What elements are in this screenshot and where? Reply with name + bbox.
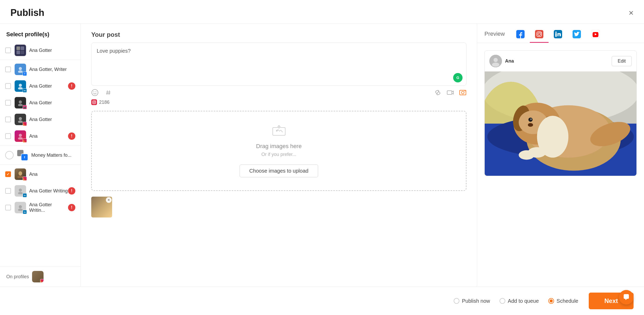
uploaded-images: ✕ — [81, 193, 477, 221]
svg-point-18 — [18, 192, 23, 194]
profile-checkbox[interactable] — [5, 100, 11, 106]
tab-instagram[interactable] — [530, 28, 549, 43]
profile-name: Ana Gotter — [29, 100, 75, 106]
remove-image-button[interactable]: ✕ — [106, 197, 112, 203]
profile-name: Ana Gotter — [29, 48, 75, 53]
close-button[interactable]: × — [629, 9, 634, 17]
chat-icon — [623, 294, 630, 301]
profile-checkbox[interactable] — [5, 133, 11, 139]
your-post-label: Your post — [81, 24, 477, 43]
profile-checkbox[interactable] — [5, 188, 11, 194]
profile-checkbox[interactable] — [5, 205, 11, 210]
footer-avatar — [32, 271, 44, 282]
svg-rect-4 — [21, 51, 24, 54]
add-to-queue-radio[interactable] — [500, 298, 505, 304]
svg-point-5 — [19, 67, 22, 70]
social-badge-ig: 📷 — [23, 105, 27, 109]
add-to-queue-option[interactable]: Add to queue — [500, 298, 539, 304]
preview-tabs: Preview — [477, 24, 644, 43]
char-count-value: 2186 — [99, 100, 110, 105]
profile-item[interactable]: in Ana Gotter Writing ! — [0, 183, 81, 199]
svg-point-22 — [94, 92, 94, 92]
profile-name: Ana Gotter — [29, 117, 75, 122]
profile-name: Ana — [29, 134, 68, 139]
preview-label: Preview — [484, 31, 505, 40]
photo-button[interactable] — [459, 89, 466, 96]
profile-checkbox-checked[interactable] — [5, 171, 11, 177]
publish-now-radio[interactable] — [454, 298, 459, 304]
profile-item[interactable]: Ana Gotter — [0, 111, 81, 128]
footer-social-badge — [40, 279, 44, 282]
profile-checkbox[interactable] — [5, 47, 11, 53]
edit-button[interactable]: Edit — [612, 56, 632, 66]
profile-name: Ana — [29, 172, 75, 177]
upload-area[interactable]: Drag images here Or if you prefer... Cho… — [91, 111, 466, 191]
tab-facebook[interactable] — [511, 28, 530, 43]
profile-avatar: f — [15, 64, 26, 75]
profile-avatar — [15, 168, 26, 180]
profile-avatar — [15, 114, 26, 125]
preview-username: Ana — [505, 58, 612, 64]
profile-name: Ana Gotter Writin... — [29, 202, 68, 213]
tab-linkedin[interactable] — [549, 28, 567, 43]
publish-modal: Publish × Select profile(s) — [0, 0, 644, 315]
chat-button[interactable] — [619, 290, 634, 305]
profile-item[interactable]: 📷 Ana Gotter — [0, 94, 81, 111]
social-badge-ig2 — [23, 122, 27, 126]
group-profile-item[interactable]: f Money Matters fo... — [0, 147, 81, 163]
profile-checkbox[interactable] — [5, 83, 11, 89]
svg-point-9 — [19, 100, 22, 104]
error-badge: ! — [68, 187, 75, 195]
modal-footer: Publish now Add to queue Schedule Next — [0, 287, 644, 315]
profile-item[interactable]: Ana Gotter — [0, 42, 81, 59]
preview-avatar — [489, 55, 502, 67]
preview-image — [485, 71, 636, 176]
choose-images-button[interactable]: Choose images to upload — [240, 165, 318, 177]
link-button[interactable] — [434, 89, 441, 96]
grammarly-button[interactable]: G — [453, 73, 463, 82]
drag-images-label: Drag images here — [256, 143, 302, 150]
preview-post-card: Ana Edit — [484, 50, 637, 176]
post-textarea[interactable]: Love puppies? — [92, 43, 466, 84]
profile-item[interactable]: f Ana Gotter, Writer — [0, 61, 81, 78]
svg-point-10 — [18, 104, 23, 106]
emoji-button[interactable] — [91, 89, 99, 96]
schedule-option[interactable]: Schedule — [548, 298, 578, 304]
modal-header: Publish × — [0, 0, 644, 24]
svg-point-46 — [555, 32, 557, 33]
middle-panel: Your post Love puppies? G — [81, 24, 477, 287]
svg-point-50 — [494, 58, 498, 62]
social-badge-li3: in — [23, 210, 27, 214]
profile-item[interactable]: in Ana Gotter Writin... ! — [0, 199, 81, 216]
svg-rect-1 — [16, 46, 20, 50]
group-checkbox[interactable] — [5, 151, 14, 159]
publish-now-option[interactable]: Publish now — [454, 298, 490, 304]
preview-content: Ana Edit — [477, 43, 644, 287]
schedule-radio[interactable] — [548, 298, 554, 304]
profile-item[interactable]: Ana — [0, 166, 81, 183]
svg-point-68 — [519, 150, 534, 160]
group-avatar: f — [17, 149, 28, 161]
svg-line-28 — [437, 92, 439, 93]
modal-title: Publish — [10, 7, 44, 18]
profile-item[interactable]: Ana ! — [0, 128, 81, 144]
tab-youtube[interactable] — [586, 28, 605, 43]
svg-point-19 — [19, 205, 22, 208]
video-button[interactable] — [447, 89, 454, 96]
tab-twitter[interactable] — [567, 28, 586, 43]
profile-item[interactable]: in Ana Gotter ! — [0, 78, 81, 94]
svg-rect-29 — [447, 91, 452, 94]
char-count-row: 2186 — [81, 99, 477, 108]
svg-point-43 — [540, 32, 541, 33]
profile-checkbox[interactable] — [5, 117, 11, 122]
svg-rect-40 — [535, 30, 543, 38]
left-panel-footer: On profiles — [0, 266, 81, 287]
hashtag-button[interactable] — [105, 89, 112, 96]
on-profiles-label: On profiles — [6, 274, 29, 280]
profile-checkbox[interactable] — [5, 66, 11, 72]
svg-point-15 — [19, 171, 22, 175]
svg-line-24 — [107, 90, 107, 95]
svg-point-17 — [19, 189, 22, 192]
svg-point-8 — [18, 87, 23, 89]
upload-icon — [272, 124, 286, 139]
